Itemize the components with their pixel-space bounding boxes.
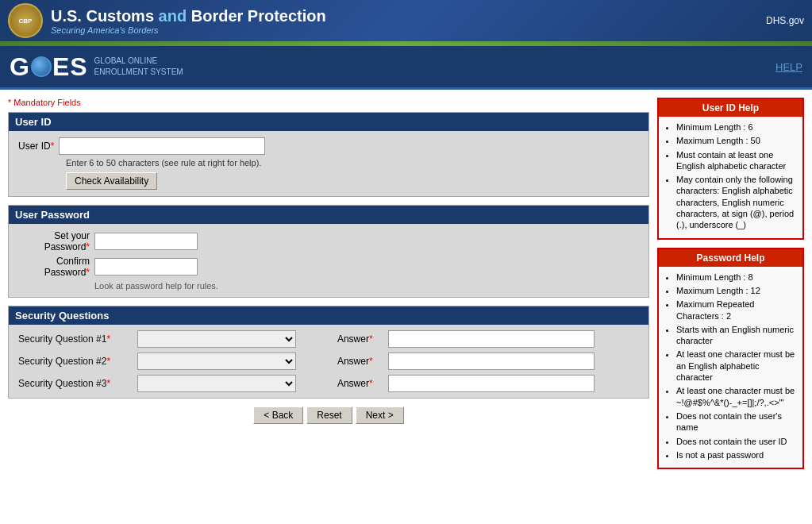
password-help-item: Maximum Length : 12: [676, 285, 796, 296]
password-help-box: Password Help Minimum Length : 8Maximum …: [657, 248, 804, 469]
userid-help-list: Minimum Length : 6Maximum Length : 50Mus…: [676, 121, 796, 231]
password-help-title: Password Help: [659, 249, 802, 267]
password-help-item: Does not contain the user's name: [676, 410, 796, 433]
sq-answer-cell-2: [385, 350, 642, 372]
password-help-item: At least one character must be an Englis…: [676, 349, 796, 383]
userid-section-header: User ID: [9, 113, 648, 131]
userid-help-title: User ID Help: [659, 99, 802, 117]
help-link[interactable]: HELP: [775, 61, 802, 73]
set-password-input[interactable]: [94, 233, 198, 250]
userid-hint: Enter 6 to 50 characters (see rule at ri…: [66, 158, 639, 168]
reset-button[interactable]: Reset: [306, 406, 352, 424]
sq-answer-input-3[interactable]: [388, 375, 595, 392]
set-password-row: Set your Password*: [18, 230, 639, 252]
agency-seal: CBP: [8, 3, 43, 38]
sq-label-1: Security Question #1*: [15, 328, 134, 350]
goes-subtitle: GLOBAL ONLINE ENROLLMENT SYSTEM: [94, 56, 183, 78]
agency-subtitle: Securing America's Borders: [51, 25, 326, 35]
sq-select-1[interactable]: [137, 330, 296, 348]
security-question-row: Security Question #2* Answer*: [15, 350, 642, 372]
sq-answer-cell-1: [385, 328, 642, 350]
main-container: * Mandatory Fields User ID User ID* Ente…: [0, 90, 812, 485]
security-question-row: Security Question #1* Answer*: [15, 328, 642, 350]
security-questions-table: Security Question #1* Answer* Security Q…: [15, 328, 642, 395]
sq-select-2[interactable]: [137, 353, 296, 370]
sq-select-cell-3: [134, 372, 334, 395]
userid-help-item: Minimum Length : 6: [676, 121, 796, 133]
security-questions-section: Security Questions Security Question #1*…: [8, 306, 649, 399]
password-help-item: At least one character must be ~!@#$%^&*…: [676, 385, 796, 408]
userid-help-body: Minimum Length : 6Maximum Length : 50Mus…: [659, 117, 802, 238]
sq-select-cell-1: [134, 328, 334, 350]
password-hint: Look at password help for rules.: [94, 281, 639, 291]
confirm-password-row: Confirm Password*: [18, 256, 639, 278]
password-section-header: User Password: [9, 206, 648, 224]
agency-title: U.S. Customs and Border Protection Secur…: [51, 7, 326, 35]
sq-answer-input-1[interactable]: [388, 330, 595, 348]
userid-section: User ID User ID* Enter 6 to 50 character…: [8, 112, 649, 197]
password-help-list: Minimum Length : 8Maximum Length : 12Max…: [676, 272, 796, 460]
password-section: User Password Set your Password* Confirm…: [8, 205, 649, 298]
dhs-link[interactable]: DHS.gov: [766, 15, 804, 26]
check-availability-button[interactable]: Check Availability: [66, 172, 157, 190]
sq-answer-cell-3: [385, 372, 642, 395]
password-section-body: Set your Password* Confirm Password* Loo…: [9, 224, 648, 297]
password-help-item: Is not a past password: [676, 449, 796, 460]
security-questions-header: Security Questions: [9, 306, 648, 325]
goes-logo: G ES GLOBAL ONLINE ENROLLMENT SYSTEM: [10, 52, 183, 82]
left-panel: * Mandatory Fields User ID User ID* Ente…: [8, 98, 649, 477]
confirm-password-input[interactable]: [94, 258, 198, 275]
right-panel: User ID Help Minimum Length : 6Maximum L…: [657, 98, 804, 477]
goes-logo-g: G: [10, 52, 30, 82]
userid-input[interactable]: [59, 137, 265, 155]
confirm-password-label: Confirm Password*: [18, 256, 90, 278]
password-help-item: Does not contain the user ID: [676, 436, 796, 447]
security-questions-body: Security Question #1* Answer* Security Q…: [9, 325, 648, 398]
sq-select-3[interactable]: [137, 375, 296, 392]
userid-help-item: May contain only the following character…: [676, 174, 796, 230]
goes-logo-es: ES: [52, 52, 88, 82]
password-help-item: Starts with an English numeric character: [676, 324, 796, 347]
sq-answer-label-3: Answer*: [334, 372, 385, 395]
password-help-item: Minimum Length : 8: [676, 272, 796, 283]
sq-answer-label-2: Answer*: [334, 350, 385, 372]
sq-select-cell-2: [134, 350, 334, 372]
userid-row: User ID*: [18, 137, 639, 155]
top-banner: CBP U.S. Customs and Border Protection S…: [0, 0, 812, 41]
password-help-body: Minimum Length : 8Maximum Length : 12Max…: [659, 267, 802, 468]
next-button[interactable]: Next >: [356, 406, 404, 424]
userid-help-item: Maximum Length : 50: [676, 135, 796, 146]
agency-branding: CBP U.S. Customs and Border Protection S…: [8, 3, 326, 38]
set-password-label: Set your Password*: [18, 230, 90, 252]
back-button[interactable]: < Back: [253, 406, 303, 424]
nav-buttons: < Back Reset Next >: [8, 406, 649, 424]
sq-label-3: Security Question #3*: [15, 372, 134, 395]
userid-help-item: Must contain at least one English alphab…: [676, 149, 796, 172]
userid-help-box: User ID Help Minimum Length : 6Maximum L…: [657, 98, 804, 240]
password-help-item: Maximum Repeated Characters : 2: [676, 299, 796, 322]
mandatory-note: * Mandatory Fields: [8, 98, 649, 107]
globe-icon: [31, 56, 52, 77]
sq-answer-input-2[interactable]: [388, 353, 595, 370]
sq-answer-label-1: Answer*: [334, 328, 385, 350]
userid-section-body: User ID* Enter 6 to 50 characters (see r…: [9, 131, 648, 196]
security-question-row: Security Question #3* Answer*: [15, 372, 642, 395]
sq-label-2: Security Question #2*: [15, 350, 134, 372]
userid-label: User ID*: [18, 141, 54, 152]
agency-name: U.S. Customs and Border Protection: [51, 7, 326, 25]
goes-header: G ES GLOBAL ONLINE ENROLLMENT SYSTEM HEL…: [0, 46, 812, 87]
